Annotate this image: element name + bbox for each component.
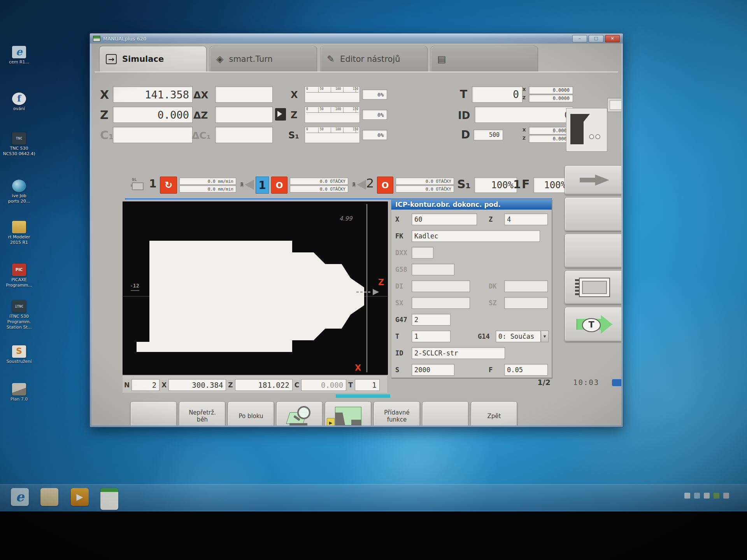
scale-tick: 150 bbox=[353, 87, 358, 92]
scale-tick: 150 bbox=[353, 107, 358, 112]
spindle-icon-sub: 1 bbox=[352, 182, 356, 187]
softkey-cut-view[interactable]: ▶ bbox=[325, 401, 372, 425]
softkey-back[interactable]: Zpět bbox=[471, 401, 517, 425]
desktop-icon[interactable]: PIC PICAXE Programm... bbox=[2, 264, 36, 288]
feed-stop-icon: ↻ bbox=[160, 177, 177, 194]
tray-icon[interactable] bbox=[714, 493, 719, 499]
s-app-icon: S bbox=[12, 345, 26, 358]
desktop: e cem R1... f ování TNC TNC 530 NC530 06… bbox=[0, 0, 747, 511]
tool-info-icon bbox=[607, 98, 621, 112]
form-dk-input[interactable] bbox=[504, 280, 548, 292]
form-z-input[interactable]: 4 bbox=[504, 214, 548, 225]
form-fk-input[interactable]: Kadlec bbox=[412, 230, 540, 242]
softkey-blank-left[interactable] bbox=[130, 401, 177, 425]
softkey-blank-2[interactable] bbox=[565, 234, 621, 268]
taskbar-manualplus-icon[interactable] bbox=[100, 488, 118, 510]
t-offset-x-label: X bbox=[523, 87, 526, 92]
itnc-app-icon: iTNC bbox=[12, 300, 26, 313]
form-sx-input[interactable] bbox=[412, 297, 470, 309]
form-g47-input[interactable]: 2 bbox=[412, 314, 451, 326]
taskbar-browser-icon[interactable]: e bbox=[11, 488, 29, 506]
tab-simulace[interactable]: → Simulace bbox=[99, 46, 207, 72]
spindle1-number: 1 bbox=[256, 177, 269, 194]
form-s-input[interactable]: 2000 bbox=[412, 364, 454, 376]
document-icon: ▤ bbox=[437, 54, 446, 65]
workpiece-drawing: -12 4.99 Z X bbox=[123, 202, 388, 374]
desktop-icon-label: ování bbox=[2, 106, 36, 112]
form-f-input[interactable]: 0.05 bbox=[504, 364, 548, 376]
form-dxx-label: DXX bbox=[395, 249, 407, 257]
tray-icon[interactable] bbox=[723, 493, 729, 499]
softkey-indicator bbox=[336, 394, 390, 398]
tray-icon[interactable] bbox=[704, 493, 710, 499]
tray-icon[interactable] bbox=[684, 493, 690, 499]
softkey-continue[interactable] bbox=[565, 165, 621, 195]
softkey-single-block[interactable]: Po bloku bbox=[228, 401, 274, 425]
simulation-canvas[interactable]: -12 4.99 Z X bbox=[123, 201, 388, 375]
desktop-icon[interactable]: TNC TNC 530 NC530 0642.4) bbox=[2, 132, 36, 157]
desktop-icon[interactable]: iTNC iTNC 530 Programm. Station St... bbox=[2, 300, 36, 330]
form-x-input[interactable]: 60 bbox=[412, 214, 477, 225]
tray-icon[interactable] bbox=[694, 493, 700, 499]
form-di-input[interactable] bbox=[412, 280, 470, 292]
arrow-right-icon bbox=[580, 173, 609, 187]
desktop-icon-label: Plan 7.0 bbox=[2, 397, 36, 402]
form-dxx-input[interactable] bbox=[412, 247, 433, 259]
maximize-button[interactable]: □ bbox=[589, 35, 603, 42]
softkey-blank-1[interactable] bbox=[565, 197, 621, 231]
form-t-input[interactable]: 1 bbox=[412, 331, 451, 342]
form-t-label: T bbox=[395, 332, 399, 340]
softkey-blank-right[interactable] bbox=[422, 401, 469, 425]
dro-z-label: Z bbox=[100, 108, 109, 122]
dro-t-value: 0 bbox=[472, 86, 523, 103]
load-z-label: Z bbox=[291, 110, 297, 121]
scale-tick: 0 bbox=[306, 87, 308, 92]
desktop-icon[interactable]: rt Modeler 2015 R1 bbox=[2, 221, 36, 245]
form-di-label: DI bbox=[395, 282, 403, 290]
tab-smartturn[interactable]: ◈ smart.Turn bbox=[210, 46, 317, 72]
taskbar-folder-icon[interactable] bbox=[40, 488, 58, 506]
tab-editor-nastroju[interactable]: ✎ Editor nástrojů bbox=[320, 46, 428, 72]
minimize-button[interactable]: – bbox=[572, 35, 587, 42]
form-g14-select[interactable]: 0: Součas bbox=[496, 331, 541, 342]
clock: 10:03 bbox=[573, 378, 599, 387]
form-g58-input[interactable] bbox=[412, 264, 454, 275]
d-offset-z-label: Z bbox=[523, 136, 526, 141]
scale-tick: 100 bbox=[335, 87, 341, 92]
taskbar-media-icon[interactable]: ▶ bbox=[71, 488, 89, 506]
close-button[interactable]: × bbox=[605, 35, 620, 42]
desktop-icon[interactable]: Plan 7.0 bbox=[2, 383, 36, 402]
dro-d-value: 500 bbox=[473, 130, 503, 140]
spindle1-rpm-target: 0.0 OTÁČKY bbox=[290, 186, 348, 192]
spindle1-stop-icon: O bbox=[271, 177, 288, 194]
form-sz-input[interactable] bbox=[504, 297, 548, 309]
softkey-zoom[interactable] bbox=[276, 401, 323, 425]
softkey-additional-functions[interactable]: Přídavné funkce bbox=[374, 401, 420, 425]
softkey-contour-edit[interactable] bbox=[565, 270, 621, 304]
tab-extra[interactable]: ▤ bbox=[431, 46, 538, 72]
desktop-icon[interactable]: S Soustružení bbox=[2, 345, 36, 364]
magnifier-icon bbox=[287, 406, 312, 425]
desktop-icon[interactable]: e cem R1... bbox=[2, 46, 36, 65]
c-label: C bbox=[295, 381, 299, 389]
load-x-percent: 0% bbox=[362, 89, 387, 100]
form-id-input[interactable]: 2-SCLCR-str bbox=[412, 347, 505, 359]
f-badge-icon: f bbox=[12, 93, 26, 105]
pencil-icon bbox=[12, 383, 26, 396]
desktop-icon-label: iTNC 530 Programm. Station St... bbox=[2, 314, 36, 330]
pencil-doc-icon: ✎ bbox=[327, 54, 335, 65]
desktop-icon[interactable]: ive Job ports 20... bbox=[2, 180, 36, 204]
n-label: N bbox=[124, 381, 130, 389]
form-g14-label: G14 bbox=[478, 332, 490, 340]
window-titlebar[interactable]: MANUALplus 620 – □ × bbox=[90, 33, 623, 44]
system-tray[interactable] bbox=[684, 493, 729, 499]
feed-display: 0.0 mm/min 0.0 mm/min bbox=[179, 178, 236, 192]
softkey-tool-call[interactable]: T bbox=[565, 307, 621, 342]
desktop-icon[interactable]: f ování bbox=[2, 93, 36, 112]
scale-tick: 50 bbox=[320, 107, 324, 112]
softkey-continuous-run[interactable]: Nepřetrž. běh bbox=[179, 401, 226, 425]
n-value: 2 bbox=[132, 379, 160, 391]
form-g47-label: G47 bbox=[395, 316, 407, 324]
desktop-icon-label: rt Modeler 2015 R1 bbox=[2, 234, 36, 245]
chevron-down-icon[interactable]: ▾ bbox=[541, 331, 549, 342]
